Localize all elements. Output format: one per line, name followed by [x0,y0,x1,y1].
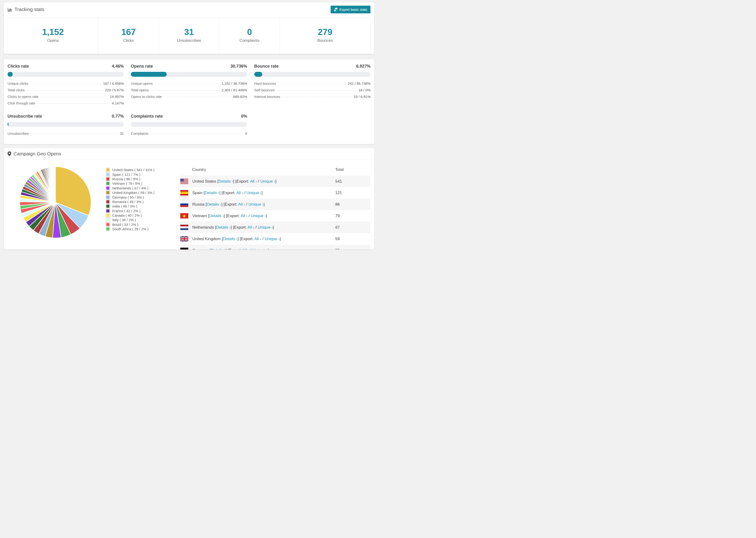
russia-flag-icon [180,202,188,207]
legend-item-united-states[interactable]: United States ( 541 / 31% ) [106,168,165,172]
stat-line-internal-bounces: Internal bounces19 / 6.81% [254,95,370,99]
legend-swatch-india [106,204,110,208]
geo-row-total-spain: 121 [335,190,370,195]
stat-line-opens-to-clicks-rate: Opens to clicks rate689.82% [131,95,247,99]
legend-item-united-kingdom[interactable]: United Kingdom ( 59 / 3% ) [106,190,165,195]
legend-label-united-kingdom: United Kingdom ( 59 / 3% ) [112,190,154,194]
stat-value-bounces: 279 [280,28,370,36]
stat-line-unique-opens: Unique opens1,152 / 30.736% [131,81,247,85]
legend-item-romania[interactable]: Romania ( 49 / 3% ) [106,199,165,204]
united-states-flag-icon [180,179,188,184]
stat-line-value: 19 / 6.81% [353,95,370,99]
export-all-link-spain[interactable]: All › [236,190,243,195]
rate-title-unsubscribe-rate: Unsubscribe rate [8,114,42,119]
geo-row-country-text: United Kingdom [Details ›] [Export: All … [192,237,281,241]
legend-swatch-vietnam [106,181,110,186]
export-unique-link-united-kingdom[interactable]: Unique › [265,237,280,241]
bracket-text: [Export: [222,190,236,195]
legend-item-vietnam[interactable]: Vietnam ( 79 / 5% ) [106,181,165,186]
rate-block-unsubscribe-rate: Unsubscribe rate0.77%Unsubscribes31 [8,114,124,138]
details-link-netherlands[interactable]: Details › [216,225,231,230]
export-all-link-united-states[interactable]: All › [250,179,257,184]
legend-item-south-africa[interactable]: South Africa ( 29 / 2% ) [106,227,165,231]
leader-dots [30,84,101,84]
bracket-text: [Export: [235,179,250,184]
rate-block-clicks-rate: Clicks rate4.46%Unique clicks167 / 4.456… [8,64,124,108]
geo-row-total-united-kingdom: 59 [335,237,370,241]
legend-item-netherlands[interactable]: Netherlands ( 67 / 4% ) [106,186,165,190]
rate-progress-bounce-rate [254,72,370,77]
rate-progress-fill-clicks-rate [8,72,13,77]
stat-line-label: Total clicks [8,88,25,92]
rate-rows-unsubscribe-rate: Unsubscribes31 [8,132,124,135]
export-icon [334,8,338,12]
legend-item-spain[interactable]: Spain ( 121 / 7% ) [106,172,165,177]
details-link-russia[interactable]: Details › [207,202,221,207]
geo-table-row-vietnam: Vietnam [Details ›] [Export: All › / Uni… [180,210,370,222]
stat-line-label: Complaints [131,132,148,135]
export-unique-link-united-states[interactable]: Unique › [260,179,275,184]
stat-box-clicks: 167Clicks [98,18,159,54]
leader-dots [154,84,220,84]
legend-item-italy[interactable]: Italy ( 36 / 2% ) [106,218,165,222]
rate-progress-unsubscribe-rate [8,122,124,127]
bracket-text: ] [268,248,269,250]
export-unique-link-spain[interactable]: Unique › [246,190,261,195]
legend-swatch-south-africa [106,227,110,231]
geo-table-row-germany: Germany [Details ›] [Export: All › / Uni… [180,244,370,249]
bracket-text: [Export: [233,225,247,230]
export-all-link-russia[interactable]: All › [238,202,245,207]
stat-line-total-opens: Total opens2,303 / 61.446% [131,88,247,92]
details-link-united-states[interactable]: Details › [219,179,233,184]
export-basic-stats-label: Export basic stats [340,8,367,12]
export-unique-link-russia[interactable]: Unique › [248,202,263,207]
legend-item-india[interactable]: India ( 46 / 3% ) [106,204,165,208]
details-link-vietnam[interactable]: Details › [209,214,224,218]
rate-title-clicks-rate: Clicks rate [8,64,29,69]
stat-line-value: 2,303 / 61.446% [221,88,247,92]
bracket-text: [Export: [224,202,238,207]
legend-item-france[interactable]: France ( 42 / 2% ) [106,209,165,213]
stat-line-value: 4.147% [112,101,124,105]
stat-label-opens: Opens [8,38,98,43]
geo-row-country-cell: United Kingdom [Details ›] [Export: All … [180,236,335,242]
stat-line-unsubscribes: Unsubscribes31 [8,132,124,135]
export-all-link-netherlands[interactable]: All › [247,225,254,230]
details-link-germany[interactable]: Details › [211,248,225,250]
legend-item-canada[interactable]: Canada ( 40 / 2% ) [106,213,165,218]
geo-row-country-text: Vietnam [Details ›] [Export: All › / Uni… [192,214,267,218]
legend-item-russia[interactable]: Russia ( 86 / 5% ) [106,177,165,181]
rate-head-unsubscribe-rate: Unsubscribe rate0.77% [8,114,124,119]
geo-row-country-cell: Russia [Details ›] [Export: All › / Uniq… [180,202,335,207]
export-all-link-vietnam[interactable]: All › [241,214,247,218]
export-unique-link-netherlands[interactable]: Unique › [258,225,273,230]
stat-line-value: 1,152 / 30.736% [221,81,247,85]
legend-item-germany[interactable]: Germany ( 55 / 3% ) [106,195,165,199]
rate-progress-opens-rate [131,72,247,77]
details-link-united-kingdom[interactable]: Details › [223,237,237,241]
bracket-text: ] [224,214,226,218]
legend-swatch-italy [106,218,110,222]
geo-row-country-text: Russia [Details ›] [Export: All › / Uniq… [192,202,265,207]
legend-item-brazil[interactable]: Brazil ( 33 / 2% ) [106,222,165,227]
export-unique-link-vietnam[interactable]: Unique › [251,214,266,218]
tracking-stats-header: Tracking stats Export basic stats [4,2,374,16]
details-link-spain[interactable]: Details › [205,190,219,195]
export-unique-link-germany[interactable]: Unique › [253,248,268,250]
rates-grid: Clicks rate4.46%Unique clicks167 / 4.456… [4,59,374,144]
export-all-link-germany[interactable]: All › [243,248,249,250]
geo-row-country-cell: Germany [Details ›] [Export: All › / Uni… [180,248,335,249]
export-all-link-united-kingdom[interactable]: All › [254,237,261,241]
vietnam-flag-icon [180,213,188,219]
geo-table-header-country: Country [180,167,335,172]
export-basic-stats-button[interactable]: Export basic stats [331,6,370,13]
bracket-text: ] [280,237,281,241]
stat-line-label: Unique clicks [8,81,28,85]
rate-head-clicks-rate: Clicks rate4.46% [8,64,124,69]
stat-label-clicks: Clicks [98,38,159,43]
rate-rows-opens-rate: Unique opens1,152 / 30.736%Total opens2,… [131,81,247,99]
stat-line-label: Soft bounces [254,88,275,92]
rate-head-bounce-rate: Bounce rate6.927% [254,64,370,69]
geo-row-country-text: Spain [Details ›] [Export: All › / Uniqu… [192,190,263,195]
rate-rows-complaints-rate: Complaints0 [131,132,247,135]
